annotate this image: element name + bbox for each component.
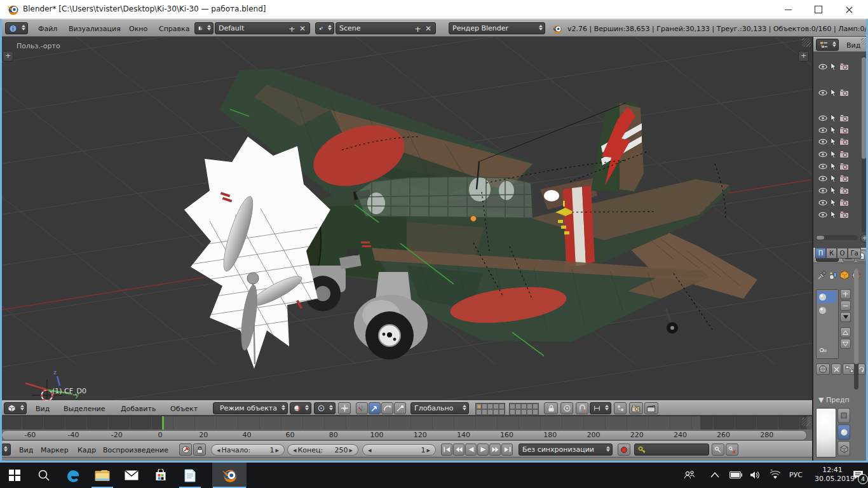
- pivot-point-selector[interactable]: [314, 402, 336, 414]
- layer-cell[interactable]: [515, 409, 521, 415]
- layers-widget[interactable]: [475, 403, 539, 416]
- outliner-vscrollbar[interactable]: [862, 56, 866, 233]
- timeline-menu-view[interactable]: Вид: [19, 446, 33, 454]
- maximize-button[interactable]: [804, 0, 832, 19]
- outliner-row[interactable]: [813, 136, 868, 147]
- taskbar-edge-button[interactable]: [58, 463, 88, 488]
- selectable-cursor-icon[interactable]: [830, 162, 837, 170]
- taskbar-notepad-button[interactable]: [175, 463, 205, 488]
- timeline-menu-playback[interactable]: Воспроизведение: [103, 446, 168, 454]
- screen-layout-icon-button[interactable]: [194, 22, 214, 34]
- play-button[interactable]: [477, 444, 489, 456]
- layer-cell[interactable]: [476, 403, 482, 409]
- snap-toggle[interactable]: [576, 402, 588, 414]
- current-frame-marker[interactable]: [162, 416, 164, 430]
- selectable-cursor-icon[interactable]: [830, 126, 837, 134]
- layer-cell[interactable]: [510, 403, 515, 409]
- outliner-row[interactable]: [813, 112, 868, 123]
- rotate-manipulator-toggle[interactable]: [381, 402, 393, 414]
- material-type-volume[interactable]: О: [837, 248, 848, 259]
- play-reverse-button[interactable]: [465, 444, 477, 456]
- snap-peel-toggle[interactable]: [614, 402, 627, 414]
- layer-cell[interactable]: [482, 403, 487, 409]
- manipulate-center-points-toggle[interactable]: [338, 402, 351, 414]
- editor-type-selector-outliner[interactable]: [816, 39, 839, 51]
- preview-sphere-button[interactable]: [837, 424, 850, 440]
- outliner-row[interactable]: [813, 185, 868, 196]
- layer-cell[interactable]: [487, 409, 493, 415]
- layer-cell[interactable]: [482, 409, 487, 415]
- renderable-camera-icon[interactable]: [839, 163, 849, 170]
- viewport-3d[interactable]: y z Польз.-орто (1) CF_D0 + +: [0, 37, 812, 400]
- renderable-camera-icon[interactable]: [839, 199, 849, 207]
- renderable-camera-icon[interactable]: [839, 138, 849, 146]
- wifi-icon[interactable]: *: [769, 470, 782, 480]
- layer-cell[interactable]: [493, 403, 499, 409]
- layer-cell[interactable]: [527, 409, 532, 415]
- material-type-halo[interactable]: Га: [848, 248, 861, 259]
- outliner-row[interactable]: [813, 149, 868, 159]
- jump-to-start-button[interactable]: [441, 444, 452, 456]
- playback-realtime-toggle[interactable]: [179, 444, 192, 456]
- transform-orientation-selector[interactable]: Глобально: [410, 402, 469, 414]
- properties-expand-button[interactable]: +: [798, 51, 809, 62]
- renderable-camera-icon[interactable]: [839, 175, 849, 182]
- layer-cell[interactable]: [493, 409, 499, 415]
- renderable-camera-icon[interactable]: [839, 151, 849, 158]
- selectable-cursor-icon[interactable]: [830, 62, 837, 71]
- properties-vscrollbar[interactable]: [854, 269, 858, 390]
- visibility-eye-icon[interactable]: [818, 175, 827, 182]
- taskbar-search-button[interactable]: [29, 463, 58, 488]
- renderable-camera-icon[interactable]: [839, 89, 849, 97]
- language-indicator[interactable]: РУС: [789, 471, 803, 479]
- renderable-camera-icon[interactable]: [839, 126, 849, 134]
- manipulator-axis-toggle[interactable]: [356, 402, 368, 414]
- unlink-material-button[interactable]: [831, 363, 841, 375]
- material-specials-button[interactable]: [840, 312, 851, 322]
- visibility-eye-icon[interactable]: [818, 163, 827, 170]
- material-sync-button[interactable]: [858, 363, 865, 375]
- proportional-edit-selector[interactable]: [560, 402, 573, 414]
- auto-keyframe-toggle[interactable]: [618, 444, 630, 456]
- material-type-wire[interactable]: К: [826, 248, 837, 259]
- menu-view[interactable]: Вид: [36, 405, 50, 413]
- preview-flat-button[interactable]: [837, 408, 850, 423]
- translate-manipulator-toggle[interactable]: [369, 402, 381, 414]
- keying-set-field[interactable]: [634, 444, 709, 456]
- outliner-row[interactable]: [813, 209, 868, 220]
- material-browse-button[interactable]: [816, 363, 830, 375]
- menu-help[interactable]: Справка: [159, 25, 189, 33]
- jump-to-end-button[interactable]: [501, 444, 513, 456]
- material-slot[interactable]: [817, 304, 836, 316]
- lock-to-scene-toggle[interactable]: [544, 402, 558, 414]
- material-slot-list[interactable]: [816, 289, 839, 359]
- menu-select[interactable]: Выделение: [64, 405, 105, 413]
- toolshelf-expand-button[interactable]: +: [3, 51, 13, 62]
- material-slot-selected[interactable]: [817, 291, 836, 303]
- scene-icon-button[interactable]: [315, 22, 334, 34]
- selectable-cursor-icon[interactable]: [830, 210, 837, 219]
- timeline-menu-marker[interactable]: Маркер: [41, 446, 69, 454]
- selectable-cursor-icon[interactable]: [830, 150, 837, 158]
- battery-icon[interactable]: [729, 471, 742, 478]
- material-type-surface[interactable]: П: [815, 248, 826, 259]
- layer-cell[interactable]: [521, 409, 527, 415]
- layout-add-icon[interactable]: +: [288, 24, 295, 34]
- snap-element-selector[interactable]: [590, 402, 611, 414]
- next-keyframe-button[interactable]: [489, 444, 501, 456]
- menu-render[interactable]: Визуализация: [69, 25, 121, 33]
- prev-keyframe-button[interactable]: [453, 444, 465, 456]
- delete-keyframe-button[interactable]: [726, 444, 738, 456]
- renderable-camera-icon[interactable]: [839, 63, 849, 71]
- visibility-eye-icon[interactable]: [818, 211, 827, 219]
- render-engine-selector[interactable]: Рендер Blender: [449, 22, 545, 34]
- opengl-render-anim-button[interactable]: [644, 402, 658, 414]
- editor-type-selector-3dview[interactable]: [4, 402, 27, 414]
- timeline-corner-grip[interactable]: [802, 417, 811, 426]
- people-icon[interactable]: [684, 470, 695, 480]
- scene-add-icon[interactable]: +: [414, 24, 421, 34]
- outliner-row[interactable]: [813, 61, 868, 72]
- sync-mode-selector[interactable]: Без синхронизации: [519, 444, 613, 456]
- current-frame-field[interactable]: ◂ 1 ▸: [362, 444, 436, 456]
- outliner-row[interactable]: [813, 197, 868, 208]
